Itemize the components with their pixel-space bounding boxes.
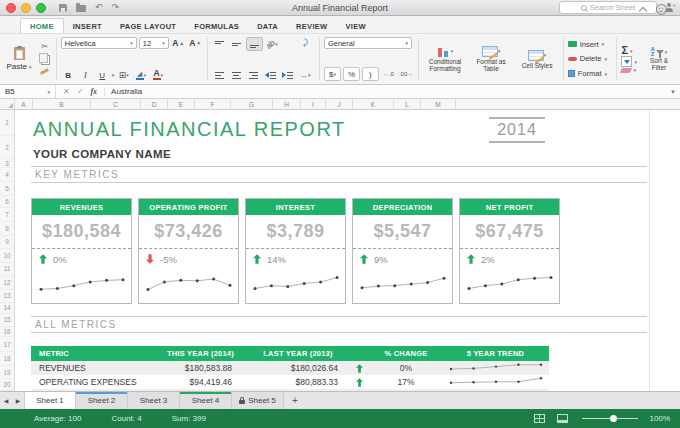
select-all-corner[interactable] (0, 99, 15, 109)
decrease-indent-button[interactable] (263, 69, 278, 81)
row-header[interactable]: 7 (0, 208, 14, 222)
zoom-slider-knob[interactable] (610, 415, 617, 422)
paste-button[interactable]: Paste▾ (4, 47, 34, 71)
column-header[interactable]: M (421, 99, 456, 109)
ribbon-tab[interactable]: FORMULAS (185, 19, 248, 33)
conditional-formatting-button[interactable]: ▾ Conditional Formatting (423, 46, 467, 72)
row-header[interactable]: 17 (0, 337, 14, 352)
sheet-canvas[interactable]: ANNUAL FINANCIAL REPORT 2014 YOUR COMPAN… (15, 110, 680, 391)
fill-color-button[interactable]: ◢▾ (133, 69, 148, 81)
formula-input[interactable]: Australia (104, 87, 670, 96)
format-painter-button[interactable] (37, 65, 52, 77)
row-header[interactable]: 11 (0, 263, 14, 277)
formula-bar-expand-icon[interactable]: ▼ (670, 89, 680, 95)
align-middle-button[interactable] (229, 38, 244, 50)
format-as-table-button[interactable]: ▾ Format as Table (469, 46, 513, 72)
cut-button[interactable]: ✂ (37, 41, 52, 53)
comma-format-button[interactable]: ) (362, 67, 379, 81)
ribbon-tab[interactable]: HOME (20, 18, 64, 33)
page-layout-view-icon[interactable] (557, 414, 568, 423)
row-header[interactable]: 10 (0, 249, 14, 263)
autosum-button[interactable]: Σ (621, 45, 628, 56)
increase-decimal-button[interactable]: ←.0 (381, 68, 396, 80)
add-sheet-button[interactable]: + (284, 392, 306, 409)
currency-format-button[interactable]: $▾ (324, 67, 341, 81)
close-window-button[interactable] (6, 3, 16, 13)
row-header[interactable]: 6 (0, 196, 14, 209)
sheet-tab[interactable]: Sheet 2 (76, 392, 128, 409)
sheet-tab[interactable]: Sheet 1 (24, 392, 76, 409)
column-header[interactable]: H (273, 99, 301, 109)
row-header[interactable]: 12 (0, 276, 14, 290)
ribbon-tab[interactable]: PAGE LAYOUT (111, 19, 185, 33)
table-row[interactable]: OPERATING PROFIT $73,426.00 $77,317.84 -… (31, 389, 549, 391)
row-header[interactable]: 1 (0, 110, 14, 136)
row-header[interactable]: 2 (0, 136, 14, 159)
feedback-smiley-icon[interactable] (656, 4, 667, 15)
percent-format-button[interactable]: % (343, 67, 360, 81)
wrap-text-button[interactable]: ⤸ (298, 37, 313, 49)
italic-button[interactable]: I (78, 69, 93, 81)
decrease-decimal-button[interactable]: .00→ (398, 68, 414, 80)
ribbon-tab[interactable]: DATA (248, 19, 287, 33)
normal-view-icon[interactable] (534, 414, 545, 423)
align-right-button[interactable] (246, 69, 261, 81)
row-header[interactable]: 16 (0, 327, 14, 337)
font-name-select[interactable]: Helvetica▾ (61, 37, 137, 49)
open-icon[interactable] (76, 5, 86, 12)
column-header[interactable]: D (141, 99, 168, 109)
row-header[interactable]: 3 (0, 159, 14, 168)
row-header[interactable]: 18 (0, 352, 14, 366)
name-box[interactable]: B5▾ (0, 85, 56, 98)
column-header[interactable]: K (353, 99, 394, 109)
table-row[interactable]: REVENUES $180,583.88 $180,026.64 0% (31, 361, 549, 375)
column-header[interactable]: B (33, 99, 91, 109)
row-header[interactable]: 9 (0, 236, 14, 250)
align-bottom-button[interactable] (246, 37, 263, 51)
sort-filter-button[interactable]: AZ▾ Sort & Filter (642, 47, 676, 71)
column-header[interactable]: J (326, 99, 353, 109)
column-header[interactable]: C (91, 99, 141, 109)
cell-styles-button[interactable]: ▾ Cell Styles (515, 50, 559, 69)
column-header[interactable]: A (15, 99, 33, 109)
number-format-select[interactable]: General▾ (324, 37, 412, 49)
undo-icon[interactable]: ↶ (95, 3, 103, 12)
sheet-tab[interactable]: Sheet 5 (232, 392, 284, 409)
redo-icon[interactable]: ↷ (112, 3, 120, 12)
font-color-button[interactable]: A▾ (150, 69, 165, 81)
merge-center-button[interactable]: ↔▾ (298, 69, 313, 81)
zoom-window-button[interactable] (36, 3, 46, 13)
ribbon-tab[interactable]: VIEW (336, 19, 374, 33)
delete-cells-button[interactable]: Delete▾ (568, 53, 612, 65)
minimize-window-button[interactable] (21, 3, 31, 13)
fill-button[interactable] (621, 56, 632, 67)
font-size-select[interactable]: 12▾ (139, 37, 169, 49)
row-header[interactable]: 14 (0, 303, 14, 314)
row-header[interactable]: 8 (0, 222, 14, 236)
align-top-button[interactable] (212, 38, 227, 50)
underline-button[interactable]: U (95, 69, 110, 81)
ribbon-tab[interactable]: INSERT (64, 19, 111, 33)
collapse-ribbon-icon[interactable] (639, 6, 647, 14)
format-cells-button[interactable]: Format▾ (568, 68, 612, 80)
cancel-entry-icon[interactable]: ✕ (63, 87, 70, 96)
save-icon[interactable] (59, 4, 67, 12)
zoom-slider[interactable] (582, 418, 638, 419)
sheet-tab[interactable]: Sheet 3 (128, 392, 180, 409)
column-header[interactable]: G (231, 99, 273, 109)
increase-indent-button[interactable] (280, 69, 295, 81)
column-header[interactable]: F (195, 99, 231, 109)
row-header[interactable]: 20 (0, 379, 14, 391)
row-header[interactable]: 19 (0, 366, 14, 380)
confirm-entry-icon[interactable]: ✓ (77, 87, 84, 96)
column-header[interactable]: I (301, 99, 326, 109)
previous-sheet-icon[interactable]: ◀ (0, 392, 12, 409)
table-row[interactable]: OPERATING EXPENSES $94,419.46 $80,883.33… (31, 375, 549, 389)
column-header[interactable]: L (394, 99, 421, 109)
column-header[interactable]: E (168, 99, 195, 109)
row-header[interactable]: 5 (0, 182, 14, 196)
insert-function-icon[interactable]: fx (90, 87, 97, 96)
align-left-button[interactable] (212, 69, 227, 81)
borders-button[interactable]: ⊞▾ (116, 69, 131, 81)
decrease-font-button[interactable]: A▼ (188, 37, 203, 49)
